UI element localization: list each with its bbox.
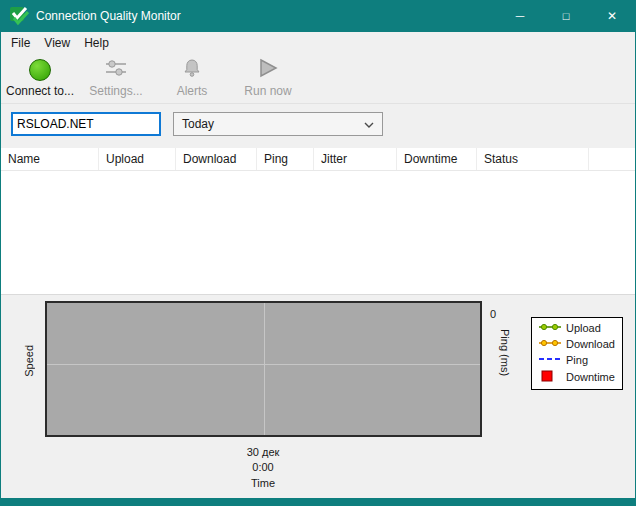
- horizontal-gridline: [47, 364, 480, 365]
- legend-label-ping: Ping: [566, 354, 588, 367]
- table-header: Name Upload Download Ping Jitter Downtim…: [1, 148, 635, 171]
- x-axis-tick-time: 0:00: [252, 461, 273, 473]
- ping-marker-icon: [539, 354, 561, 367]
- column-header-filler: [589, 148, 635, 170]
- window-border-bottom: [1, 498, 635, 506]
- legend-label-downtime: Downtime: [566, 371, 615, 384]
- period-select-value: Today: [182, 117, 214, 131]
- legend-label-upload: Upload: [566, 322, 601, 335]
- app-window: Connection Quality Monitor ─ □ ✕ File Vi…: [0, 0, 636, 506]
- downtime-marker-icon: [539, 370, 561, 385]
- legend-item-ping: Ping: [539, 354, 615, 367]
- titlebar: Connection Quality Monitor ─ □ ✕: [1, 0, 635, 32]
- filter-row: Today: [1, 104, 635, 148]
- upload-marker-icon: [539, 322, 561, 335]
- maximize-button[interactable]: □: [543, 0, 589, 32]
- column-header-ping[interactable]: Ping: [257, 148, 314, 170]
- table-body: [1, 171, 635, 294]
- chevron-down-icon: [364, 117, 374, 131]
- window-controls: ─ □ ✕: [497, 0, 635, 32]
- download-marker-icon: [539, 338, 561, 351]
- column-header-status[interactable]: Status: [477, 148, 589, 170]
- toolbar: Connect to... Settings... Alerts: [1, 53, 635, 104]
- right-axis-tick: 0: [490, 308, 496, 320]
- column-header-upload[interactable]: Upload: [99, 148, 176, 170]
- vertical-gridline: [264, 303, 265, 435]
- run-now-button[interactable]: Run now: [231, 55, 305, 101]
- chart-plot-area: [45, 301, 482, 437]
- settings-button[interactable]: Settings...: [79, 55, 153, 101]
- alerts-button[interactable]: Alerts: [155, 55, 229, 101]
- connect-button[interactable]: Connect to...: [3, 55, 77, 101]
- menubar: File View Help: [1, 32, 635, 53]
- legend-item-downtime: Downtime: [539, 370, 615, 385]
- window-title: Connection Quality Monitor: [36, 9, 181, 23]
- legend-label-download: Download: [566, 338, 615, 351]
- close-button[interactable]: ✕: [589, 0, 635, 32]
- connect-label: Connect to...: [6, 84, 74, 98]
- menu-help[interactable]: Help: [77, 34, 116, 52]
- y-axis-left-label: Speed: [23, 345, 35, 377]
- host-input[interactable]: [11, 112, 161, 136]
- column-header-name[interactable]: Name: [1, 148, 99, 170]
- chart-panel: Speed 0 Ping (ms) 30 дек 0:00 Time Uploa…: [1, 294, 635, 498]
- connect-circle-icon: [29, 59, 51, 81]
- legend-item-download: Download: [539, 338, 615, 351]
- column-header-downtime[interactable]: Downtime: [397, 148, 477, 170]
- play-icon: [257, 58, 279, 81]
- run-now-label: Run now: [244, 84, 291, 98]
- x-axis-label: Time: [251, 477, 275, 489]
- column-header-jitter[interactable]: Jitter: [314, 148, 397, 170]
- bell-icon: [181, 58, 203, 81]
- settings-label: Settings...: [89, 84, 142, 98]
- chart-legend: Upload Download Ping: [531, 317, 623, 390]
- y-axis-right-label: Ping (ms): [499, 329, 511, 376]
- column-header-download[interactable]: Download: [176, 148, 257, 170]
- legend-item-upload: Upload: [539, 322, 615, 335]
- sliders-icon: [104, 58, 128, 81]
- x-axis-tick-date: 30 дек: [247, 446, 280, 458]
- menu-file[interactable]: File: [4, 34, 37, 52]
- period-select[interactable]: Today: [173, 112, 383, 136]
- menu-view[interactable]: View: [37, 34, 77, 52]
- alerts-label: Alerts: [177, 84, 208, 98]
- app-logo-icon: [9, 6, 29, 26]
- minimize-button[interactable]: ─: [497, 0, 543, 32]
